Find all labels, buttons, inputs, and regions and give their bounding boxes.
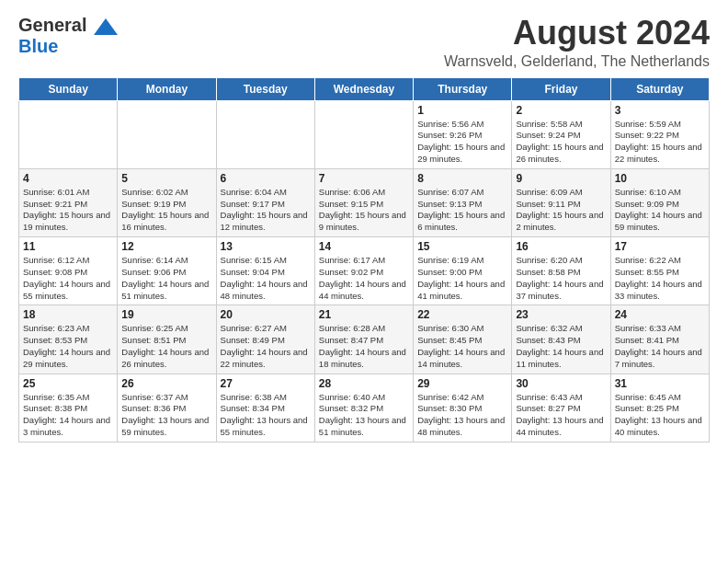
day-info: Sunrise: 6:27 AM Sunset: 8:49 PM Dayligh… — [221, 323, 311, 370]
calendar-week-2: 4Sunrise: 6:01 AM Sunset: 9:21 PM Daylig… — [19, 168, 710, 236]
page: General Blue August 2024 Warnsveld, Geld… — [0, 0, 728, 452]
calendar-cell: 24Sunrise: 6:33 AM Sunset: 8:41 PM Dayli… — [610, 305, 709, 373]
day-number: 13 — [221, 240, 311, 253]
day-number: 14 — [319, 240, 409, 253]
calendar-cell: 15Sunrise: 6:19 AM Sunset: 9:00 PM Dayli… — [414, 237, 512, 305]
day-number: 30 — [516, 377, 606, 390]
day-number: 20 — [221, 308, 311, 321]
day-info: Sunrise: 6:02 AM Sunset: 9:19 PM Dayligh… — [121, 187, 211, 234]
day-number: 23 — [516, 308, 606, 321]
day-number: 26 — [121, 377, 211, 390]
day-info: Sunrise: 6:28 AM Sunset: 8:47 PM Dayligh… — [319, 323, 409, 370]
calendar-dow-saturday: Saturday — [610, 77, 709, 100]
day-info: Sunrise: 6:25 AM Sunset: 8:51 PM Dayligh… — [121, 323, 211, 370]
calendar-cell: 25Sunrise: 6:35 AM Sunset: 8:38 PM Dayli… — [19, 373, 118, 442]
day-number: 15 — [417, 240, 507, 253]
day-info: Sunrise: 6:09 AM Sunset: 9:11 PM Dayligh… — [516, 187, 606, 234]
calendar-cell: 3Sunrise: 5:59 AM Sunset: 9:22 PM Daylig… — [610, 100, 709, 168]
calendar-cell: 6Sunrise: 6:04 AM Sunset: 9:17 PM Daylig… — [216, 168, 314, 236]
day-number: 25 — [23, 377, 113, 390]
day-number: 22 — [417, 308, 507, 321]
day-info: Sunrise: 6:30 AM Sunset: 8:45 PM Dayligh… — [417, 323, 507, 370]
day-info: Sunrise: 6:20 AM Sunset: 8:58 PM Dayligh… — [516, 255, 606, 302]
day-number: 27 — [221, 377, 311, 390]
calendar-cell: 10Sunrise: 6:10 AM Sunset: 9:09 PM Dayli… — [610, 168, 709, 236]
calendar-cell: 30Sunrise: 6:43 AM Sunset: 8:27 PM Dayli… — [512, 373, 610, 442]
logo-text: General Blue — [18, 15, 118, 57]
day-info: Sunrise: 6:45 AM Sunset: 8:25 PM Dayligh… — [615, 392, 705, 439]
calendar-cell: 27Sunrise: 6:38 AM Sunset: 8:34 PM Dayli… — [216, 373, 314, 442]
calendar-cell: 4Sunrise: 6:01 AM Sunset: 9:21 PM Daylig… — [19, 168, 118, 236]
day-number: 16 — [516, 240, 606, 253]
day-info: Sunrise: 5:56 AM Sunset: 9:26 PM Dayligh… — [417, 119, 507, 166]
day-info: Sunrise: 6:07 AM Sunset: 9:13 PM Dayligh… — [417, 187, 507, 234]
calendar-dow-friday: Friday — [512, 77, 610, 100]
calendar-cell — [118, 100, 216, 168]
calendar-cell — [216, 100, 314, 168]
calendar-dow-monday: Monday — [118, 77, 216, 100]
day-number: 1 — [417, 104, 507, 117]
day-number: 18 — [23, 308, 113, 321]
day-info: Sunrise: 6:38 AM Sunset: 8:34 PM Dayligh… — [221, 392, 311, 439]
day-info: Sunrise: 6:01 AM Sunset: 9:21 PM Dayligh… — [23, 187, 113, 234]
calendar-cell: 22Sunrise: 6:30 AM Sunset: 8:45 PM Dayli… — [414, 305, 512, 373]
day-info: Sunrise: 6:32 AM Sunset: 8:43 PM Dayligh… — [516, 323, 606, 370]
calendar-cell: 29Sunrise: 6:42 AM Sunset: 8:30 PM Dayli… — [414, 373, 512, 442]
day-info: Sunrise: 6:17 AM Sunset: 9:02 PM Dayligh… — [319, 255, 409, 302]
title-block: August 2024 Warnsveld, Gelderland, The N… — [444, 15, 710, 70]
day-number: 11 — [23, 240, 113, 253]
day-info: Sunrise: 6:40 AM Sunset: 8:32 PM Dayligh… — [319, 392, 409, 439]
calendar-week-3: 11Sunrise: 6:12 AM Sunset: 9:08 PM Dayli… — [19, 237, 710, 305]
calendar-header-row: SundayMondayTuesdayWednesdayThursdayFrid… — [19, 77, 710, 100]
day-number: 7 — [319, 172, 409, 185]
main-title: August 2024 — [444, 15, 710, 52]
calendar-cell: 11Sunrise: 6:12 AM Sunset: 9:08 PM Dayli… — [19, 237, 118, 305]
calendar-week-4: 18Sunrise: 6:23 AM Sunset: 8:53 PM Dayli… — [19, 305, 710, 373]
day-info: Sunrise: 6:04 AM Sunset: 9:17 PM Dayligh… — [221, 187, 311, 234]
calendar-cell: 31Sunrise: 6:45 AM Sunset: 8:25 PM Dayli… — [610, 373, 709, 442]
day-number: 8 — [417, 172, 507, 185]
day-number: 19 — [121, 308, 211, 321]
day-info: Sunrise: 6:37 AM Sunset: 8:36 PM Dayligh… — [121, 392, 211, 439]
calendar-dow-thursday: Thursday — [414, 77, 512, 100]
day-info: Sunrise: 6:22 AM Sunset: 8:55 PM Dayligh… — [615, 255, 705, 302]
calendar-cell: 20Sunrise: 6:27 AM Sunset: 8:49 PM Dayli… — [216, 305, 314, 373]
calendar-cell — [19, 100, 118, 168]
calendar-cell: 17Sunrise: 6:22 AM Sunset: 8:55 PM Dayli… — [610, 237, 709, 305]
calendar-dow-wednesday: Wednesday — [314, 77, 413, 100]
calendar-cell: 12Sunrise: 6:14 AM Sunset: 9:06 PM Dayli… — [118, 237, 216, 305]
calendar-cell: 26Sunrise: 6:37 AM Sunset: 8:36 PM Dayli… — [118, 373, 216, 442]
calendar-cell: 14Sunrise: 6:17 AM Sunset: 9:02 PM Dayli… — [314, 237, 413, 305]
subtitle: Warnsveld, Gelderland, The Netherlands — [444, 53, 710, 70]
calendar-cell: 2Sunrise: 5:58 AM Sunset: 9:24 PM Daylig… — [512, 100, 610, 168]
day-number: 31 — [615, 377, 705, 390]
day-info: Sunrise: 6:14 AM Sunset: 9:06 PM Dayligh… — [121, 255, 211, 302]
day-info: Sunrise: 6:12 AM Sunset: 9:08 PM Dayligh… — [23, 255, 113, 302]
calendar-dow-sunday: Sunday — [19, 77, 118, 100]
calendar-dow-tuesday: Tuesday — [216, 77, 314, 100]
day-info: Sunrise: 6:10 AM Sunset: 9:09 PM Dayligh… — [615, 187, 705, 234]
calendar-cell: 16Sunrise: 6:20 AM Sunset: 8:58 PM Dayli… — [512, 237, 610, 305]
day-number: 9 — [516, 172, 606, 185]
calendar-cell — [314, 100, 413, 168]
day-number: 2 — [516, 104, 606, 117]
day-number: 17 — [615, 240, 705, 253]
day-info: Sunrise: 5:59 AM Sunset: 9:22 PM Dayligh… — [615, 119, 705, 166]
day-number: 24 — [615, 308, 705, 321]
calendar-week-5: 25Sunrise: 6:35 AM Sunset: 8:38 PM Dayli… — [19, 373, 710, 442]
day-info: Sunrise: 6:23 AM Sunset: 8:53 PM Dayligh… — [23, 323, 113, 370]
header: General Blue August 2024 Warnsveld, Geld… — [18, 15, 710, 70]
calendar-cell: 23Sunrise: 6:32 AM Sunset: 8:43 PM Dayli… — [512, 305, 610, 373]
day-number: 5 — [121, 172, 211, 185]
calendar-cell: 8Sunrise: 6:07 AM Sunset: 9:13 PM Daylig… — [414, 168, 512, 236]
calendar-cell: 1Sunrise: 5:56 AM Sunset: 9:26 PM Daylig… — [414, 100, 512, 168]
day-number: 3 — [615, 104, 705, 117]
day-info: Sunrise: 6:42 AM Sunset: 8:30 PM Dayligh… — [417, 392, 507, 439]
day-number: 29 — [417, 377, 507, 390]
calendar-cell: 5Sunrise: 6:02 AM Sunset: 9:19 PM Daylig… — [118, 168, 216, 236]
calendar-cell: 28Sunrise: 6:40 AM Sunset: 8:32 PM Dayli… — [314, 373, 413, 442]
day-info: Sunrise: 6:33 AM Sunset: 8:41 PM Dayligh… — [615, 323, 705, 370]
calendar-cell: 19Sunrise: 6:25 AM Sunset: 8:51 PM Dayli… — [118, 305, 216, 373]
calendar-cell: 21Sunrise: 6:28 AM Sunset: 8:47 PM Dayli… — [314, 305, 413, 373]
day-info: Sunrise: 6:35 AM Sunset: 8:38 PM Dayligh… — [23, 392, 113, 439]
